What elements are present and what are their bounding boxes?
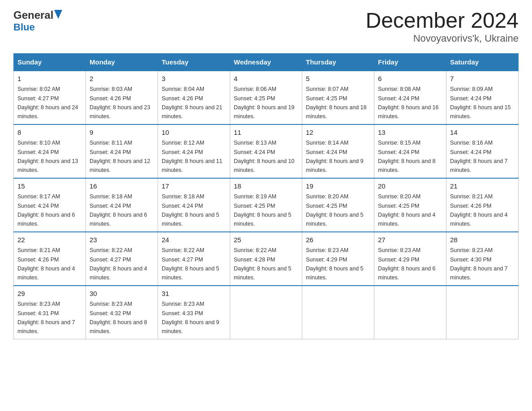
day-info: Sunrise: 8:20 AMSunset: 4:25 PMDaylight:… xyxy=(378,193,436,227)
day-number: 18 xyxy=(234,181,298,192)
calendar-cell: 15 Sunrise: 8:17 AMSunset: 4:24 PMDaylig… xyxy=(14,178,86,232)
day-info: Sunrise: 8:18 AMSunset: 4:24 PMDaylight:… xyxy=(90,193,147,227)
calendar-table: SundayMondayTuesdayWednesdayThursdayFrid… xyxy=(13,53,519,340)
day-number: 2 xyxy=(90,74,154,84)
day-info: Sunrise: 8:18 AMSunset: 4:24 PMDaylight:… xyxy=(162,193,219,227)
weekday-header-saturday: Saturday xyxy=(446,53,519,71)
calendar-cell: 24 Sunrise: 8:22 AMSunset: 4:27 PMDaylig… xyxy=(158,232,230,286)
calendar-week-row: 29 Sunrise: 8:23 AMSunset: 4:31 PMDaylig… xyxy=(14,286,519,339)
day-number: 14 xyxy=(450,128,515,138)
weekday-header-row: SundayMondayTuesdayWednesdayThursdayFrid… xyxy=(14,53,519,71)
title-block: December 2024 Novoyavorivs'k, Ukraine xyxy=(365,9,519,44)
calendar-cell: 4 Sunrise: 8:06 AMSunset: 4:25 PMDayligh… xyxy=(230,71,302,124)
logo: General Blue xyxy=(13,9,62,33)
day-number: 16 xyxy=(90,181,154,192)
calendar-cell: 19 Sunrise: 8:20 AMSunset: 4:25 PMDaylig… xyxy=(302,178,374,232)
logo-blue-text: Blue xyxy=(13,21,35,33)
day-number: 12 xyxy=(306,128,370,138)
logo-general-text: General xyxy=(13,9,53,21)
day-info: Sunrise: 8:12 AMSunset: 4:24 PMDaylight:… xyxy=(162,140,223,173)
day-info: Sunrise: 8:19 AMSunset: 4:25 PMDaylight:… xyxy=(234,193,292,227)
calendar-cell: 5 Sunrise: 8:07 AMSunset: 4:25 PMDayligh… xyxy=(302,71,374,124)
day-number: 5 xyxy=(306,74,370,84)
day-info: Sunrise: 8:09 AMSunset: 4:24 PMDaylight:… xyxy=(450,86,511,120)
calendar-cell xyxy=(374,286,446,339)
day-info: Sunrise: 8:17 AMSunset: 4:24 PMDaylight:… xyxy=(17,193,75,227)
weekday-header-tuesday: Tuesday xyxy=(158,53,230,71)
day-info: Sunrise: 8:06 AMSunset: 4:25 PMDaylight:… xyxy=(234,86,295,120)
day-number: 1 xyxy=(17,74,82,84)
day-info: Sunrise: 8:22 AMSunset: 4:27 PMDaylight:… xyxy=(90,247,147,281)
calendar-week-row: 1 Sunrise: 8:02 AMSunset: 4:27 PMDayligh… xyxy=(14,71,519,124)
day-number: 9 xyxy=(90,128,154,138)
day-info: Sunrise: 8:21 AMSunset: 4:26 PMDaylight:… xyxy=(450,193,508,227)
calendar-cell: 10 Sunrise: 8:12 AMSunset: 4:24 PMDaylig… xyxy=(158,124,230,178)
day-info: Sunrise: 8:10 AMSunset: 4:24 PMDaylight:… xyxy=(17,140,78,173)
day-number: 3 xyxy=(162,74,226,84)
calendar-cell: 20 Sunrise: 8:20 AMSunset: 4:25 PMDaylig… xyxy=(374,178,446,232)
weekday-header-thursday: Thursday xyxy=(302,53,374,71)
calendar-week-row: 22 Sunrise: 8:21 AMSunset: 4:26 PMDaylig… xyxy=(14,232,519,286)
day-info: Sunrise: 8:23 AMSunset: 4:33 PMDaylight:… xyxy=(162,301,219,334)
calendar-cell: 31 Sunrise: 8:23 AMSunset: 4:33 PMDaylig… xyxy=(158,286,230,339)
day-number: 29 xyxy=(17,289,82,299)
day-number: 28 xyxy=(450,235,515,245)
day-number: 19 xyxy=(306,181,370,192)
weekday-header-sunday: Sunday xyxy=(14,53,86,71)
weekday-header-friday: Friday xyxy=(374,53,446,71)
calendar-cell: 3 Sunrise: 8:04 AMSunset: 4:26 PMDayligh… xyxy=(158,71,230,124)
calendar-cell: 1 Sunrise: 8:02 AMSunset: 4:27 PMDayligh… xyxy=(14,71,86,124)
calendar-week-row: 8 Sunrise: 8:10 AMSunset: 4:24 PMDayligh… xyxy=(14,124,519,178)
day-number: 15 xyxy=(17,181,82,192)
calendar-week-row: 15 Sunrise: 8:17 AMSunset: 4:24 PMDaylig… xyxy=(14,178,519,232)
day-info: Sunrise: 8:23 AMSunset: 4:29 PMDaylight:… xyxy=(306,247,364,281)
weekday-header-monday: Monday xyxy=(86,53,158,71)
calendar-cell: 6 Sunrise: 8:08 AMSunset: 4:24 PMDayligh… xyxy=(374,71,446,124)
day-info: Sunrise: 8:13 AMSunset: 4:24 PMDaylight:… xyxy=(234,140,295,173)
calendar-cell: 29 Sunrise: 8:23 AMSunset: 4:31 PMDaylig… xyxy=(14,286,86,339)
day-info: Sunrise: 8:14 AMSunset: 4:24 PMDaylight:… xyxy=(306,140,364,173)
day-info: Sunrise: 8:11 AMSunset: 4:24 PMDaylight:… xyxy=(90,140,150,173)
calendar-cell: 21 Sunrise: 8:21 AMSunset: 4:26 PMDaylig… xyxy=(446,178,519,232)
calendar-cell: 28 Sunrise: 8:23 AMSunset: 4:30 PMDaylig… xyxy=(446,232,519,286)
calendar-cell: 2 Sunrise: 8:03 AMSunset: 4:26 PMDayligh… xyxy=(86,71,158,124)
page-header: General Blue December 2024 Novoyavorivs'… xyxy=(13,9,519,44)
day-number: 31 xyxy=(162,289,226,299)
calendar-cell: 12 Sunrise: 8:14 AMSunset: 4:24 PMDaylig… xyxy=(302,124,374,178)
day-number: 23 xyxy=(90,235,154,245)
day-number: 30 xyxy=(90,289,154,299)
page-title: December 2024 xyxy=(365,9,519,33)
calendar-cell: 7 Sunrise: 8:09 AMSunset: 4:24 PMDayligh… xyxy=(446,71,519,124)
calendar-cell: 30 Sunrise: 8:23 AMSunset: 4:32 PMDaylig… xyxy=(86,286,158,339)
svg-marker-0 xyxy=(54,10,62,19)
calendar-cell: 17 Sunrise: 8:18 AMSunset: 4:24 PMDaylig… xyxy=(158,178,230,232)
day-number: 8 xyxy=(17,128,82,138)
day-info: Sunrise: 8:15 AMSunset: 4:24 PMDaylight:… xyxy=(378,140,436,173)
day-info: Sunrise: 8:03 AMSunset: 4:26 PMDaylight:… xyxy=(90,86,150,120)
day-number: 4 xyxy=(234,74,298,84)
day-number: 11 xyxy=(234,128,298,138)
day-info: Sunrise: 8:23 AMSunset: 4:30 PMDaylight:… xyxy=(450,247,508,281)
day-info: Sunrise: 8:23 AMSunset: 4:31 PMDaylight:… xyxy=(17,301,75,334)
calendar-cell: 16 Sunrise: 8:18 AMSunset: 4:24 PMDaylig… xyxy=(86,178,158,232)
calendar-cell: 25 Sunrise: 8:22 AMSunset: 4:28 PMDaylig… xyxy=(230,232,302,286)
day-number: 20 xyxy=(378,181,442,192)
calendar-cell: 11 Sunrise: 8:13 AMSunset: 4:24 PMDaylig… xyxy=(230,124,302,178)
day-number: 13 xyxy=(378,128,442,138)
day-number: 27 xyxy=(378,235,442,245)
calendar-cell xyxy=(446,286,519,339)
calendar-cell: 9 Sunrise: 8:11 AMSunset: 4:24 PMDayligh… xyxy=(86,124,158,178)
day-number: 25 xyxy=(234,235,298,245)
day-number: 17 xyxy=(162,181,226,192)
weekday-header-wednesday: Wednesday xyxy=(230,53,302,71)
calendar-cell: 26 Sunrise: 8:23 AMSunset: 4:29 PMDaylig… xyxy=(302,232,374,286)
day-number: 24 xyxy=(162,235,226,245)
day-info: Sunrise: 8:22 AMSunset: 4:27 PMDaylight:… xyxy=(162,247,219,281)
calendar-cell: 23 Sunrise: 8:22 AMSunset: 4:27 PMDaylig… xyxy=(86,232,158,286)
day-info: Sunrise: 8:23 AMSunset: 4:32 PMDaylight:… xyxy=(90,301,147,334)
day-info: Sunrise: 8:20 AMSunset: 4:25 PMDaylight:… xyxy=(306,193,364,227)
day-info: Sunrise: 8:21 AMSunset: 4:26 PMDaylight:… xyxy=(17,247,75,281)
day-number: 10 xyxy=(162,128,226,138)
calendar-cell: 18 Sunrise: 8:19 AMSunset: 4:25 PMDaylig… xyxy=(230,178,302,232)
calendar-cell: 14 Sunrise: 8:16 AMSunset: 4:24 PMDaylig… xyxy=(446,124,519,178)
